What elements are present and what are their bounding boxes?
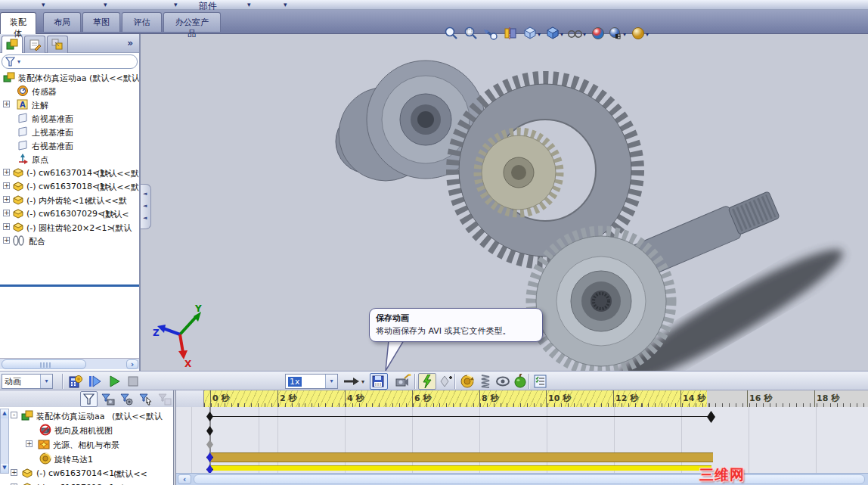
ruler-label: 10 秒 <box>548 393 571 404</box>
part-change-bar[interactable] <box>211 465 711 471</box>
animation-wizard-button[interactable] <box>394 373 412 390</box>
plane-icon <box>17 126 29 138</box>
tab-sketch[interactable]: 草图 <box>82 12 120 32</box>
play-button[interactable] <box>106 373 124 390</box>
playback-speed-combo[interactable]: 1x▾ <box>285 374 338 389</box>
toolbar-dropdown-icon[interactable]: ▾ <box>247 1 251 8</box>
tree-item-part-internal-external-gear[interactable]: + (-) 内外齿轮<1> (默认<<默 <box>0 193 139 207</box>
toolbar-dropdown-icon[interactable]: ▾ <box>42 1 45 8</box>
motor-change-bar[interactable] <box>211 452 713 462</box>
tree-item-mates[interactable]: + 配合 <box>0 234 139 247</box>
assembly-icon <box>21 409 33 421</box>
tree-item-part-cw61637018[interactable]: + (-) cw61637018<1> (默认<<默 <box>0 179 139 193</box>
tree-divider <box>0 284 139 287</box>
sensor-icon <box>17 85 29 97</box>
timeline-track-area[interactable] <box>176 407 868 473</box>
panel-splitter-handle[interactable]: ◄ ◄ ◄ <box>141 184 151 229</box>
tree-item-annotations[interactable]: + A 注解 <box>0 98 139 111</box>
expander-icon[interactable]: + <box>3 101 10 107</box>
tab-layout[interactable]: 布局 <box>43 12 81 32</box>
tab-configuration-manager[interactable] <box>47 36 68 53</box>
auto-key-button[interactable] <box>418 373 436 390</box>
key-diamond-lights[interactable] <box>206 440 213 449</box>
expander-icon[interactable]: + <box>3 182 10 189</box>
combo-dropdown-icon[interactable]: ▾ <box>325 375 337 388</box>
tree-item-part-cylindrical-gear[interactable]: + (-) 圆柱齿轮20×2<1> (默认 <box>0 220 139 234</box>
toolbar-dropdown-icon[interactable]: ▾ <box>174 1 178 8</box>
filter-selected-button[interactable] <box>137 391 154 407</box>
dropdown-arrow-icon[interactable]: ▾ <box>361 378 364 385</box>
ruler-label: 18 秒 <box>817 393 839 404</box>
scrollbar-thumb[interactable] <box>2 359 86 369</box>
motion-tree-item-part-cw61637014[interactable]: + (-) cw61637014<1> (默认<< <box>0 466 173 480</box>
tree-item-right-plane[interactable]: 右视基准面 <box>0 138 139 152</box>
timeline-ruler[interactable]: 0 秒 2 秒 4 秒 6 秒 8 秒 10 秒 12 秒 14 秒 16 秒 … <box>204 390 868 407</box>
results-button[interactable] <box>532 373 550 390</box>
expander-icon[interactable]: + <box>3 196 10 203</box>
tree-item-top-plane[interactable]: 上视基准面 <box>0 125 139 138</box>
svg-text:A: A <box>20 101 26 109</box>
motion-tree-item-rotary-motor[interactable]: 旋转马达1 <box>0 452 173 465</box>
expander-icon[interactable]: + <box>3 237 10 244</box>
motion-tree-item-orientation[interactable]: 视向及相机视图 <box>0 423 173 437</box>
expander-icon[interactable]: + <box>11 469 17 476</box>
filter-results-button[interactable] <box>156 391 173 407</box>
tree-item-sensors[interactable]: 传感器 <box>0 84 139 98</box>
motor-button[interactable] <box>458 373 476 390</box>
annotation-icon: A <box>17 98 29 110</box>
scroll-right-icon[interactable]: › <box>126 359 138 369</box>
expander-icon[interactable]: + <box>3 223 10 230</box>
motion-tree-item-part-cw61637018[interactable]: + (-) cw61637018<1> (默 <box>0 480 173 485</box>
tree-item-assembly-root[interactable]: 装配体仿真运动aa (默认<<默认 <box>0 70 139 84</box>
damper-button[interactable] <box>494 373 512 390</box>
part-icon <box>12 180 24 192</box>
tree-item-origin[interactable]: 原点 <box>0 152 139 166</box>
spring-button[interactable] <box>476 373 494 390</box>
collapse-panel-chevrons[interactable]: » <box>127 38 133 48</box>
tree-item-part-cw61637014[interactable]: + (-) cw61637014<1> (默认<<默 <box>0 166 139 179</box>
expander-icon[interactable]: + <box>3 169 10 176</box>
combo-dropdown-icon[interactable]: ▾ <box>40 375 52 388</box>
motion-tree-item-lights[interactable]: + 光源、相机与布景 <box>0 437 173 451</box>
tooltip-title: 保存动画 <box>376 312 536 324</box>
motion-tree-item-root[interactable]: - 装配体仿真运动aa (默认<<默认 <box>0 409 173 422</box>
gravity-button[interactable] <box>511 373 529 390</box>
expander-icon[interactable]: + <box>3 210 10 216</box>
filter-animated-button[interactable] <box>99 391 116 407</box>
add-key-button[interactable] <box>437 373 455 390</box>
stop-button[interactable] <box>124 373 142 390</box>
ruler-label: 8 秒 <box>482 393 498 404</box>
motion-manager-toolbar: 动画▾ 1x▾ ▾ <box>0 371 868 390</box>
expander-icon[interactable]: - <box>11 412 17 418</box>
save-animation-button[interactable] <box>370 373 388 390</box>
expander-icon[interactable]: + <box>26 440 33 447</box>
feature-tree: 装配体仿真运动aa (默认<<默认 传感器 + A 注解 前视基准面 上视基准面 <box>0 70 139 284</box>
filter-dropdown-icon[interactable]: ▾ <box>17 58 20 65</box>
calculate-button[interactable] <box>67 373 85 390</box>
lights-scene-icon <box>38 438 50 450</box>
playback-mode-button[interactable] <box>342 373 361 390</box>
scroll-left-icon[interactable]: ‹ <box>178 474 191 484</box>
key-diamond-orientation[interactable] <box>206 426 213 436</box>
toolbar-dropdown-icon[interactable]: ▾ <box>284 1 287 8</box>
filter-driving-button[interactable] <box>118 391 135 407</box>
tree-filter-bar[interactable]: ▾ <box>2 54 138 69</box>
command-manager-tabs: 装配体 布局 草图 评估 办公室产品 ▾ ▾ ▾ ▾ ▾ <box>0 10 868 34</box>
study-type-combo[interactable]: 动画▾ <box>2 374 53 389</box>
end-key-diamond[interactable] <box>707 411 715 423</box>
tree-item-front-plane[interactable]: 前视基准面 <box>0 111 139 125</box>
part-icon <box>12 194 24 206</box>
toolbar-dropdown-icon[interactable]: ▾ <box>104 1 107 8</box>
tab-office-products[interactable]: 办公室产品 <box>163 12 221 32</box>
part-icon <box>21 467 33 479</box>
key-diamond-root[interactable] <box>206 412 213 421</box>
tab-property-manager[interactable] <box>24 36 45 53</box>
no-filter-button[interactable] <box>80 391 98 407</box>
tree-item-part-cw616307029[interactable]: + (-) cw616307029<1> (默认< <box>0 207 139 220</box>
tab-evaluate[interactable]: 评估 <box>122 12 162 32</box>
feature-tree-hscrollbar[interactable]: › <box>0 358 139 369</box>
tab-assembly[interactable]: 装配体 <box>0 12 36 34</box>
menu-strip: ▾ ▾ ▾ 部件 ▾ ▾ <box>0 0 868 10</box>
part-icon <box>12 166 24 179</box>
play-from-start-button[interactable] <box>86 373 104 390</box>
